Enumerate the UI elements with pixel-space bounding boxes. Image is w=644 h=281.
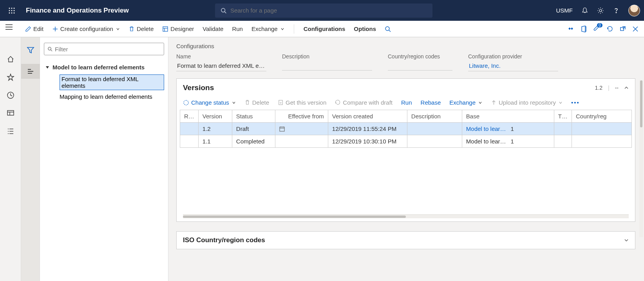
grid-header-row: R… Version Status Effective from Version… <box>180 110 632 123</box>
table-row[interactable]: 1.1Completed12/29/2019 10:30:10 PMModel … <box>180 135 632 148</box>
upload-repo-label: Upload into repository <box>499 99 556 106</box>
hamburger-icon[interactable] <box>5 24 13 31</box>
col-country[interactable]: Country/reg <box>572 110 632 123</box>
waffle-icon[interactable] <box>4 7 20 14</box>
col-description[interactable]: Description <box>407 110 462 123</box>
collapse-icon[interactable] <box>624 85 629 90</box>
filter-box[interactable] <box>44 43 164 55</box>
filter-input[interactable] <box>55 46 161 53</box>
entity-code[interactable]: USMF <box>556 7 573 14</box>
more-tool-button[interactable]: ••• <box>571 99 580 106</box>
table-row[interactable]: 1.2Draft12/29/2019 11:55:24 PMModel to l… <box>180 123 632 135</box>
app-title: Finance and Operations Preview <box>26 7 129 15</box>
chevron-down-icon <box>232 101 236 105</box>
validate-label: Validate <box>203 25 223 32</box>
run-version-button[interactable]: Run <box>401 99 412 106</box>
tree-root[interactable]: Model to learn deferred elements <box>44 62 164 73</box>
delete-version-button: Delete <box>244 99 269 106</box>
col-r[interactable]: R… <box>180 110 199 123</box>
cc-label: Country/region codes <box>388 53 452 60</box>
prov-label: Configuration provider <box>468 53 558 60</box>
edit-label: Edit <box>33 25 43 32</box>
tree-child-label: Format to learn deferred XML elements <box>60 74 164 90</box>
svg-point-4 <box>11 10 13 11</box>
prov-value[interactable]: Litware, Inc. <box>468 61 558 71</box>
col-base[interactable]: Base <box>462 110 554 123</box>
change-status-button[interactable]: Change status <box>183 99 236 106</box>
main-vscrollbar[interactable] <box>639 80 643 237</box>
col-created[interactable]: Version created <box>328 110 407 123</box>
search-input[interactable] <box>230 7 427 14</box>
gear-icon[interactable] <box>597 7 604 14</box>
run-button[interactable]: Run <box>230 24 244 34</box>
validate-button[interactable]: Validate <box>201 24 225 34</box>
tree-child-format[interactable]: Format to learn deferred XML elements <box>44 74 164 90</box>
expand-icon[interactable] <box>624 238 629 243</box>
col-version[interactable]: Version <box>198 110 232 123</box>
cc-value[interactable] <box>388 61 452 71</box>
rebase-button[interactable]: Rebase <box>421 99 441 106</box>
action-right: 0 <box>567 25 644 33</box>
versions-page-indicator: 1.2 <box>595 85 602 91</box>
refresh-button[interactable] <box>606 25 613 33</box>
svg-point-0 <box>9 7 10 9</box>
col-status[interactable]: Status <box>232 110 275 123</box>
home-icon[interactable] <box>7 54 14 65</box>
configurations-tab[interactable]: Configurations <box>302 24 347 34</box>
col-effective[interactable]: Effective from <box>275 110 328 123</box>
modules-icon[interactable] <box>7 126 14 137</box>
header-right: USMF <box>556 5 640 16</box>
main-content: Configurations Name Format to learn defe… <box>168 37 644 281</box>
upload-icon <box>491 100 497 105</box>
name-value[interactable]: Format to learn deferred XML el… <box>176 61 266 71</box>
versions-dash: -- <box>615 85 619 91</box>
search-bar[interactable] <box>215 4 432 18</box>
grid-hscrollbar[interactable] <box>183 214 629 218</box>
user-avatar[interactable] <box>628 5 640 16</box>
office-icon[interactable] <box>581 25 587 33</box>
tree-root-label: Model to learn deferred elements <box>52 64 145 71</box>
recent-icon[interactable] <box>7 90 14 101</box>
find-button[interactable] <box>383 24 393 34</box>
create-label: Create configuration <box>60 25 113 32</box>
col-t[interactable]: T… <box>554 110 572 123</box>
delete-label: Delete <box>137 25 154 32</box>
pencil-icon <box>25 26 31 32</box>
caret-down-icon <box>45 65 49 69</box>
exchange-button[interactable]: Exchange <box>250 24 286 34</box>
bell-icon[interactable] <box>581 7 588 14</box>
delete-version-label: Delete <box>252 99 269 106</box>
designer-button[interactable]: Designer <box>161 24 195 34</box>
svg-point-2 <box>14 7 15 9</box>
options-label: Options <box>354 25 376 32</box>
popout-button[interactable] <box>620 26 626 32</box>
change-status-label: Change status <box>191 99 229 106</box>
svg-point-45 <box>184 100 188 105</box>
favorites-icon[interactable] <box>7 72 14 83</box>
edit-button[interactable]: Edit <box>24 24 45 34</box>
options-tab[interactable]: Options <box>352 24 378 34</box>
delete-config-button[interactable]: Delete <box>127 24 155 34</box>
exchange-version-button[interactable]: Exchange <box>449 99 482 106</box>
svg-line-19 <box>389 30 391 32</box>
tree-child-mapping[interactable]: Mapping to learn deferred elements <box>44 93 164 100</box>
get-icon <box>278 100 284 105</box>
filter-view[interactable] <box>21 43 40 58</box>
exchange-version-label: Exchange <box>449 99 476 106</box>
create-config-button[interactable]: Create configuration <box>51 24 121 34</box>
close-button[interactable] <box>632 26 639 32</box>
workspaces-icon[interactable] <box>7 108 14 119</box>
list-view[interactable] <box>21 64 40 79</box>
versions-toolbar: Change status Delete Get this version Co… <box>177 97 635 110</box>
exchange-label: Exchange <box>251 25 278 32</box>
help-icon[interactable] <box>613 7 620 14</box>
svg-point-7 <box>11 12 13 13</box>
tree-panel: Model to learn deferred elements Format … <box>40 37 168 281</box>
get-version-button: Get this version <box>278 99 326 106</box>
desc-value[interactable] <box>282 61 372 71</box>
configurations-label: Configurations <box>304 25 346 32</box>
action-pane: Edit Create configuration Delete Designe… <box>0 21 644 37</box>
attachments-button[interactable]: 0 <box>593 25 600 33</box>
status-icon <box>183 100 189 106</box>
onedrive-icon[interactable] <box>567 25 574 33</box>
